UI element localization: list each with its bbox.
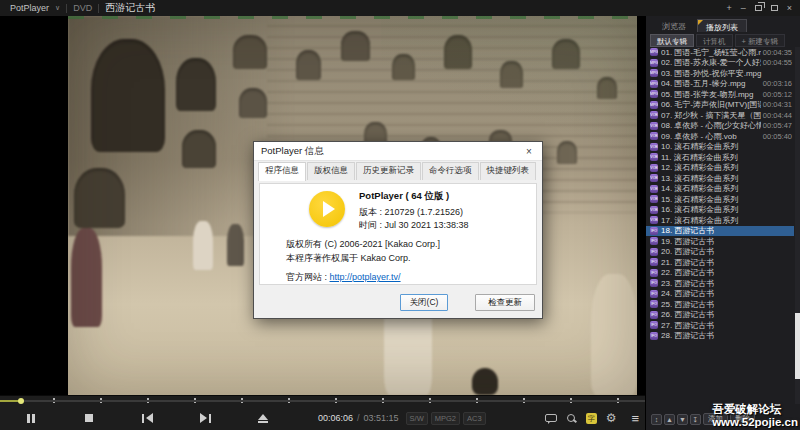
forum-watermark: 吾爱破解论坛 www.52pojie.cn	[712, 403, 798, 429]
playlist-item[interactable]: VOB14. 滚石精彩金曲系列	[646, 184, 794, 195]
playlist-tab-0[interactable]: 浏览器	[654, 19, 694, 32]
dialog-tab-1[interactable]: 版权信息	[307, 162, 355, 180]
file-type-icon: VOB	[650, 185, 658, 193]
chevron-down-icon[interactable]: ∨	[55, 4, 60, 12]
file-type-icon: VOB	[650, 195, 658, 203]
playlist-item[interactable]: MPG05. 国语-张学友-吻别.mpg00:05:12	[646, 89, 794, 100]
playlist-item-name: 12. 滚石精彩金曲系列	[661, 162, 790, 173]
next-button[interactable]	[194, 410, 216, 426]
playlist-scrollbar[interactable]	[795, 47, 800, 404]
playlist-item[interactable]: VOB15. 滚石精彩金曲系列	[646, 194, 794, 205]
pin-icon[interactable]: +	[726, 4, 731, 13]
playlist-item-name: 25. 西游记古书	[661, 299, 790, 310]
playlist-item-name: 23. 西游记古书	[661, 278, 790, 289]
codec-badge: AC3	[463, 412, 486, 425]
dialog-tab-4[interactable]: 快捷键列表	[480, 162, 537, 180]
previous-button[interactable]	[136, 410, 158, 426]
playlist-item[interactable]: VOB07. 郑少秋 - 摘下满天星（国语）.vob00:04:44	[646, 110, 794, 121]
pause-button[interactable]	[20, 410, 42, 426]
move-bottom-icon[interactable]: ↧	[690, 414, 701, 425]
codec-badge: S/W	[406, 412, 428, 425]
playlist-item[interactable]: IFO26. 西游记古书	[646, 310, 794, 321]
playlist-item[interactable]: VOB16. 滚石精彩金曲系列	[646, 205, 794, 216]
playlist-tab-1[interactable]: 播放列表	[697, 19, 747, 32]
website-link[interactable]: http://potplayer.tv/	[330, 272, 401, 282]
file-type-icon: VOB	[650, 111, 658, 119]
playlist-item[interactable]: VOB08. 卓依婷 - 心雨(少女好心情故事).vob00:05:47	[646, 121, 794, 132]
close-dialog-button[interactable]: 关闭(C)	[400, 294, 448, 311]
titlebar: PotPlayer ∨ DVD 西游记古书 + – ×	[0, 0, 800, 16]
playlist-tab-strip: 浏览器播放列表	[646, 16, 800, 32]
eject-icon	[258, 414, 268, 423]
playlist-item[interactable]: IFO25. 西游记古书	[646, 299, 794, 310]
playlist-item[interactable]: MPG04. 国语-五月-缘分.mpg00:03:16	[646, 79, 794, 90]
previous-icon	[142, 414, 144, 423]
playlist-item[interactable]: MPG03. 国语-孙悦-祝你平安.mpg	[646, 68, 794, 79]
move-up-icon[interactable]: ▲	[664, 414, 675, 425]
playlist-item-name: 07. 郑少秋 - 摘下满天星（国语）.vob	[661, 110, 761, 121]
restore-button[interactable]	[755, 5, 762, 11]
dialog-titlebar[interactable]: PotPlayer 信息 ×	[254, 142, 542, 161]
playlist-item-name: 11. 滚石精彩金曲系列	[661, 152, 790, 163]
seek-thumb[interactable]	[18, 398, 24, 404]
stop-button[interactable]	[78, 410, 100, 426]
dialog-tab-0[interactable]: 程序信息	[258, 162, 306, 181]
playlist-item[interactable]: VOB09. 卓依婷 - 心雨.vob00:05:40	[646, 131, 794, 142]
subtitle-search-icon[interactable]	[566, 413, 577, 423]
playlist-item[interactable]: MPG02. 国语-苏永康-爱一个人好难.mpg00:04:55	[646, 58, 794, 69]
playlist-item[interactable]: MPG01. 国语-毛宁_杨钰莹-心雨.mpg00:04:35	[646, 47, 794, 58]
playlist-item[interactable]: VOB10. 滚石精彩金曲系列	[646, 142, 794, 153]
subtitle-translate-icon[interactable]: 字	[586, 413, 597, 424]
playlist-item-name: 20. 西游记古书	[661, 246, 790, 257]
playlist-item[interactable]: IFO27. 西游记古书	[646, 320, 794, 331]
playlist-item[interactable]: VOB13. 滚石精彩金曲系列	[646, 173, 794, 184]
playlist-item[interactable]: VOB11. 滚石精彩金曲系列	[646, 152, 794, 163]
dialog-title: PotPlayer 信息	[254, 145, 324, 158]
scrollbar-thumb[interactable]	[795, 313, 800, 379]
playlist-item[interactable]: MPG06. 毛宁-涛声依旧(MTV)[国语].mpg00:04:31	[646, 100, 794, 111]
playlist-item-name: 04. 国语-五月-缘分.mpg	[661, 78, 761, 89]
titlebar-divider	[98, 4, 99, 13]
playlist-panel: 浏览器播放列表 默认专辑计算机+ 新建专辑 MPG01. 国语-毛宁_杨钰莹-心…	[645, 16, 800, 430]
media-title: 西游记古书	[105, 1, 155, 15]
playlist-item[interactable]: IFO23. 西游记古书	[646, 278, 794, 289]
app-menu-button[interactable]: PotPlayer	[10, 3, 49, 13]
playlist-item-name: 18. 西游记古书	[661, 225, 790, 236]
album-tab-2[interactable]: + 新建专辑	[735, 34, 785, 47]
dialog-tab-2[interactable]: 历史更新记录	[356, 162, 421, 180]
potplayer-window: PotPlayer ∨ DVD 西游记古书 + – ×	[0, 0, 800, 430]
playlist-item-duration: 00:04:44	[763, 111, 792, 120]
playlist-item[interactable]: IFO19. 西游记古书	[646, 236, 794, 247]
dialog-close-icon[interactable]: ×	[516, 146, 542, 157]
subtitle-bubble-icon[interactable]	[545, 414, 557, 422]
playlist-item-name: 10. 滚石精彩金曲系列	[661, 141, 790, 152]
playlist-item[interactable]: IFO20. 西游记古书	[646, 247, 794, 258]
album-tab-0[interactable]: 默认专辑	[650, 34, 694, 47]
gear-icon[interactable]: ⚙	[606, 412, 617, 424]
maximize-button[interactable]	[771, 5, 778, 11]
move-down-icon[interactable]: ▼	[677, 414, 688, 425]
move-item-icon[interactable]: ↕	[651, 414, 662, 425]
seek-track[interactable]	[0, 400, 645, 402]
open-media-button[interactable]	[252, 410, 274, 426]
playlist-item[interactable]: IFO24. 西游记古书	[646, 289, 794, 300]
minimize-button[interactable]: –	[741, 4, 746, 13]
copyright-line: 本程序著作权属于 Kakao Corp.	[286, 252, 411, 265]
seek-bar[interactable]	[0, 396, 645, 405]
playlist-item-name: 14. 滚石精彩金曲系列	[661, 183, 790, 194]
file-type-icon: IFO	[650, 269, 658, 277]
playlist-item[interactable]: VOB12. 滚石精彩金曲系列	[646, 163, 794, 174]
playlist-toggle-icon[interactable]: ≡	[631, 412, 639, 425]
previous-icon	[146, 413, 153, 423]
album-tab-1[interactable]: 计算机	[696, 34, 733, 47]
dialog-tab-3[interactable]: 命令行选项	[422, 162, 479, 180]
about-dialog: PotPlayer 信息 × 程序信息版权信息历史更新记录命令行选项快捷键列表 …	[253, 141, 543, 319]
playlist-item-name: 02. 国语-苏永康-爱一个人好难.mpg	[661, 57, 761, 68]
playlist-item[interactable]: IFO21. 西游记古书	[646, 257, 794, 268]
check-update-button[interactable]: 检查更新	[475, 294, 535, 311]
playlist-item[interactable]: IFO18. 西游记古书	[646, 226, 794, 237]
close-button[interactable]: ×	[787, 4, 792, 13]
playlist-item[interactable]: IFO22. 西游记古书	[646, 268, 794, 279]
playlist-item[interactable]: IFO28. 西游记古书	[646, 331, 794, 342]
playlist-item[interactable]: VOB17. 滚石精彩金曲系列	[646, 215, 794, 226]
